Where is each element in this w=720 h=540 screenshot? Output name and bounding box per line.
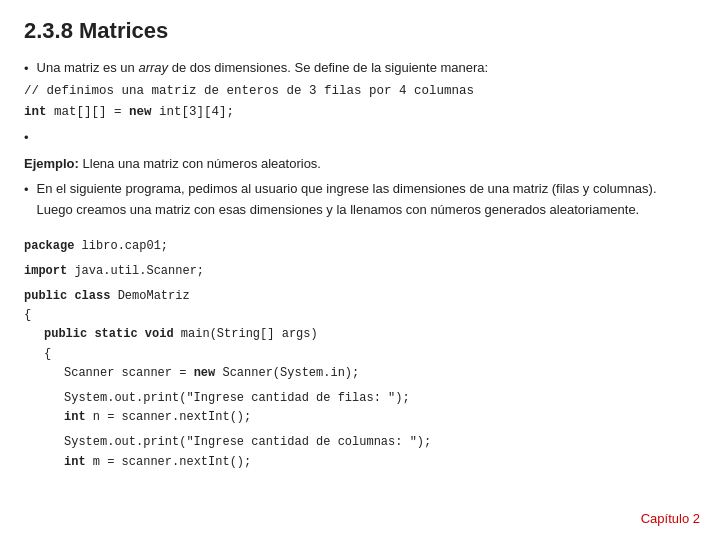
sysout2-line: System.out.print("Ingrese cantidad de co… [24, 433, 696, 452]
import-value: java.util.Scanner; [67, 264, 204, 278]
bullet-text-3: En el siguiente programa, pedimos al usu… [37, 179, 696, 221]
package-value: libro.cap01; [74, 239, 168, 253]
bullet-dot-1: • [24, 59, 29, 80]
example-label: Ejemplo: [24, 156, 79, 171]
code-area: package libro.cap01; import java.util.Sc… [24, 231, 696, 472]
keyword-int-m: int [64, 455, 86, 469]
keyword-public-1: public [24, 289, 67, 303]
bullet-text-1: Una matriz es un array de dos dimensione… [37, 58, 489, 80]
keyword-package: package [24, 239, 74, 253]
int-m-line: int m = scanner.nextInt(); [24, 453, 696, 472]
bullet-item-3: • En el siguiente programa, pedimos al u… [24, 179, 696, 221]
keyword-static: static [94, 327, 137, 341]
sysout1-text: System.out.print("Ingrese cantidad de fi… [64, 391, 410, 405]
scanner-text: Scanner scanner = [64, 366, 194, 380]
keyword-import: import [24, 264, 67, 278]
package-line: package libro.cap01; [24, 237, 696, 256]
keyword-new-scanner: new [194, 366, 216, 380]
code-line-mat: int mat[][] = new int[3][4]; [24, 103, 696, 122]
sysout2-text: System.out.print("Ingrese cantidad de co… [64, 435, 431, 449]
keyword-public-2: public [44, 327, 87, 341]
bullet-dot-3: • [24, 180, 29, 221]
class-decl-line: public class DemoMatriz [24, 287, 696, 306]
int-n-line: int n = scanner.nextInt(); [24, 408, 696, 427]
bullet-item-2: • [24, 127, 696, 149]
scanner-rest: Scanner(System.in); [222, 366, 359, 380]
open-brace-2: { [24, 345, 696, 364]
scanner-line: Scanner scanner = new Scanner(System.in)… [24, 364, 696, 383]
main-rest: main(String[] args) [181, 327, 318, 341]
bullet-dot-2: • [24, 128, 29, 149]
page-container: 2.3.8 Matrices • Una matriz es un array … [0, 0, 720, 540]
main-decl-line: public static void main(String[] args) [24, 325, 696, 344]
page-title: 2.3.8 Matrices [24, 18, 696, 44]
code-mat-rest2: int[3][4]; [152, 105, 235, 119]
import-line: import java.util.Scanner; [24, 262, 696, 281]
keyword-void: void [145, 327, 174, 341]
keyword-int-1: int [24, 105, 47, 119]
int-m-rest: m = scanner.nextInt(); [93, 455, 251, 469]
keyword-int-n: int [64, 410, 86, 424]
keyword-class: class [74, 289, 110, 303]
int-n-rest: n = scanner.nextInt(); [93, 410, 251, 424]
comment-line: // definimos una matriz de enteros de 3 … [24, 82, 696, 101]
example-heading: Ejemplo: Llena una matriz con números al… [24, 154, 696, 175]
content-section: • Una matriz es un array de dos dimensio… [24, 58, 696, 221]
example-text: Llena una matriz con números aleatorios. [79, 156, 321, 171]
bullet-item-1: • Una matriz es un array de dos dimensio… [24, 58, 696, 80]
sysout1-line: System.out.print("Ingrese cantidad de fi… [24, 389, 696, 408]
code-mat-rest: mat[][] = [47, 105, 130, 119]
keyword-new: new [129, 105, 152, 119]
class-name: DemoMatriz [118, 289, 190, 303]
chapter-label: Capítulo 2 [641, 511, 700, 526]
open-brace-1: { [24, 306, 696, 325]
